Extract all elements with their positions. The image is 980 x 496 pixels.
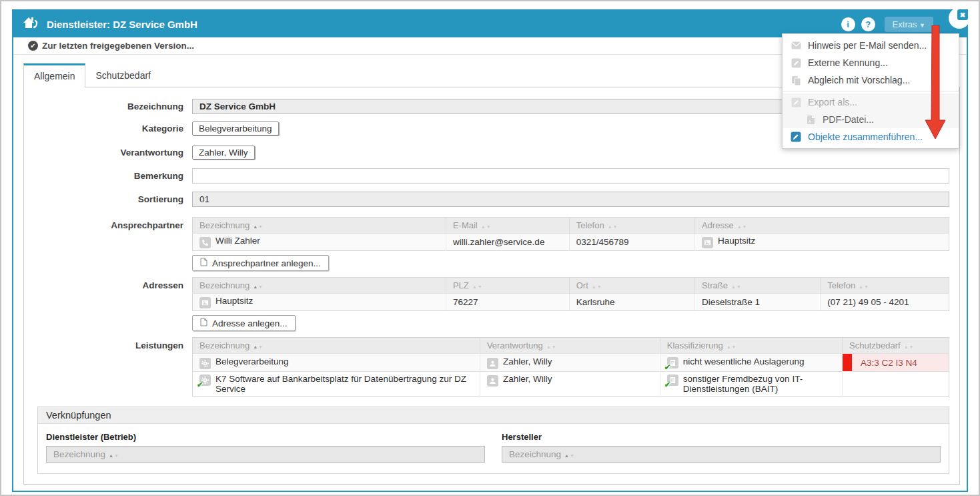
tab-schutzbedarf[interactable]: Schutzbedarf: [85, 63, 161, 87]
merge-icon: [791, 132, 801, 142]
col-header[interactable]: Adresse▲▼: [694, 218, 949, 234]
close-icon[interactable]: ✖: [957, 9, 968, 20]
extras-menu: Hinweis per E-Mail senden... Externe Ken…: [782, 33, 959, 149]
sort-icon: ▲▼: [608, 224, 618, 229]
address-icon: [199, 297, 211, 308]
menu-separator: [783, 91, 959, 91]
bezeichnung-label: Bezeichnung: [24, 101, 192, 111]
copy-icon: [791, 75, 801, 85]
sort-icon: ▲▼: [904, 344, 915, 349]
col-header[interactable]: Klassifizierung▲▼: [660, 338, 842, 354]
col-header[interactable]: Bezeichnung▲▼: [193, 218, 446, 234]
sort-icon: ▲▼: [546, 344, 557, 349]
person-icon: [487, 358, 498, 369]
col-header[interactable]: Schutzbedarf▲▼: [843, 338, 949, 354]
menu-item-objekte-zusammenfuehren[interactable]: Objekte zusammenführen...: [783, 128, 959, 146]
person-icon: [487, 375, 498, 387]
sort-icon: ▲▼: [109, 453, 119, 458]
col-header[interactable]: Telefon▲▼: [821, 278, 949, 294]
col-header[interactable]: Verantwortung▲▼: [480, 338, 660, 354]
adressen-label: Adressen: [24, 277, 192, 290]
risk-level-block: [843, 354, 852, 371]
adressen-table: Bezeichnung▲▼ PLZ▲▼ Ort▲▼ Straße▲▼ Telef…: [192, 277, 949, 311]
menu-item-export-als: Export als...: [783, 93, 959, 111]
hersteller-label: Hersteller: [502, 432, 941, 442]
table-row[interactable]: Willi Zahler willi.zahler@service.de 032…: [193, 234, 949, 251]
menu-item-hinweis-email[interactable]: Hinweis per E-Mail senden...: [783, 37, 959, 54]
verantwortung-label: Verantwortung: [24, 148, 192, 158]
ansprechpartner-table: Bezeichnung▲▼ E-Mail▲▼ Telefon▲▼ Adresse…: [192, 217, 949, 251]
info-icon[interactable]: i: [841, 17, 855, 31]
sort-icon: ▲▼: [859, 284, 869, 289]
sort-icon: ▲▼: [731, 284, 742, 289]
phone-icon: [199, 237, 211, 248]
chevron-down-icon: ▼: [919, 22, 925, 29]
col-header[interactable]: Telefon▲▼: [569, 218, 694, 234]
menu-item-pdf-datei[interactable]: A PDF-Datei...: [783, 111, 959, 128]
adresse-anlegen-button[interactable]: Adresse anlegen...: [192, 315, 296, 331]
sort-icon: ▲▼: [592, 284, 602, 289]
col-header[interactable]: Bezeichnung▲▼: [193, 338, 480, 354]
dienstleister-betrieb-label: Dienstleister (Betrieb): [46, 432, 485, 442]
extras-button[interactable]: Extras ▼: [885, 17, 933, 32]
verantwortung-chip[interactable]: Zahler, Willy: [192, 146, 255, 160]
check-circle-icon: ✔: [28, 41, 38, 51]
sort-icon: ▲▼: [472, 284, 483, 289]
table-row[interactable]: Hauptsitz 76227 Karlsruhe Dieselstraße 1…: [193, 294, 949, 311]
table-row[interactable]: ✔K7 Software auf Bankarbeitsplatz für Da…: [193, 372, 949, 397]
sort-icon: ▲▼: [253, 224, 264, 229]
col-header[interactable]: PLZ▲▼: [446, 278, 569, 294]
bemerkung-label: Bemerkung: [24, 171, 192, 181]
sortierung-label: Sortierung: [24, 194, 192, 204]
screen: Dienstleister: DZ Service GmbH i ? Extra…: [0, 0, 980, 496]
table-row[interactable]: Belegverarbeitung Zahler, Willy ✔nicht w…: [193, 354, 949, 372]
hersteller-table-header[interactable]: Bezeichnung▲▼: [502, 446, 941, 463]
kategorie-chip[interactable]: Belegverarbeitung: [192, 121, 279, 136]
sort-icon: ▲▼: [726, 344, 737, 349]
sortierung-field[interactable]: 01: [192, 192, 949, 207]
ansprechpartner-label: Ansprechpartner: [24, 217, 192, 230]
sort-icon: ▲▼: [253, 344, 264, 349]
leistungen-label: Leistungen: [24, 337, 192, 350]
ansprechpartner-anlegen-button[interactable]: Ansprechpartner anlegen...: [192, 255, 329, 271]
service-gear-icon: ✔: [199, 375, 211, 386]
export-icon: [791, 97, 801, 107]
kategorie-label: Kategorie: [24, 123, 192, 134]
col-header[interactable]: Ort▲▼: [569, 278, 694, 294]
leistungen-table: Bezeichnung▲▼ Verantwortung▲▼ Klassifizi…: [192, 337, 949, 397]
bemerkung-input[interactable]: [192, 168, 949, 184]
classification-icon: ✔: [667, 375, 678, 386]
envelope-icon: [791, 40, 801, 51]
close-button-backdrop: ✖: [949, 7, 970, 29]
col-header[interactable]: E-Mail▲▼: [446, 218, 569, 234]
service-provider-icon: [23, 15, 40, 33]
new-document-icon: [200, 318, 207, 328]
service-gear-icon: [199, 358, 211, 369]
schutzbedarf-cell: A3:3 C2 I3 N4: [843, 354, 949, 372]
sort-icon: ▲▼: [481, 224, 492, 229]
edit-icon: [791, 57, 801, 68]
col-header[interactable]: Straße▲▼: [694, 278, 820, 294]
svg-text:A: A: [809, 119, 811, 123]
pdf-file-icon: A: [805, 114, 816, 125]
new-document-icon: [200, 258, 207, 268]
tab-allgemein[interactable]: Allgemein: [23, 63, 85, 87]
green-check-icon: ✔: [664, 381, 670, 389]
sort-icon: ▲▼: [253, 284, 264, 289]
green-check-icon: ✔: [664, 363, 670, 372]
verknuepfungen-title: Verknüpfungen: [38, 407, 949, 424]
sort-icon: ▲▼: [737, 224, 748, 229]
classification-icon: ✔: [667, 357, 678, 368]
dialog-title: Dienstleister: DZ Service GmbH: [47, 19, 197, 30]
menu-item-externe-kennung[interactable]: Externe Kennung...: [783, 54, 959, 71]
green-check-icon: ✔: [197, 381, 203, 389]
dienstleister-betrieb-table-header[interactable]: Bezeichnung▲▼: [46, 446, 485, 463]
address-icon: [702, 237, 713, 248]
help-icon[interactable]: ?: [861, 17, 875, 31]
dienstleister-dialog: Dienstleister: DZ Service GmbH i ? Extra…: [12, 9, 968, 492]
sort-icon: ▲▼: [564, 453, 575, 458]
last-released-version-link[interactable]: Zur letzten freigegebenen Version...: [42, 41, 194, 51]
menu-item-abgleich-vorschlag[interactable]: Abgleich mit Vorschlag...: [783, 71, 959, 89]
verknuepfungen-section: Verknüpfungen Dienstleister (Betrieb) Be…: [37, 407, 949, 474]
col-header[interactable]: Bezeichnung▲▼: [193, 278, 446, 294]
